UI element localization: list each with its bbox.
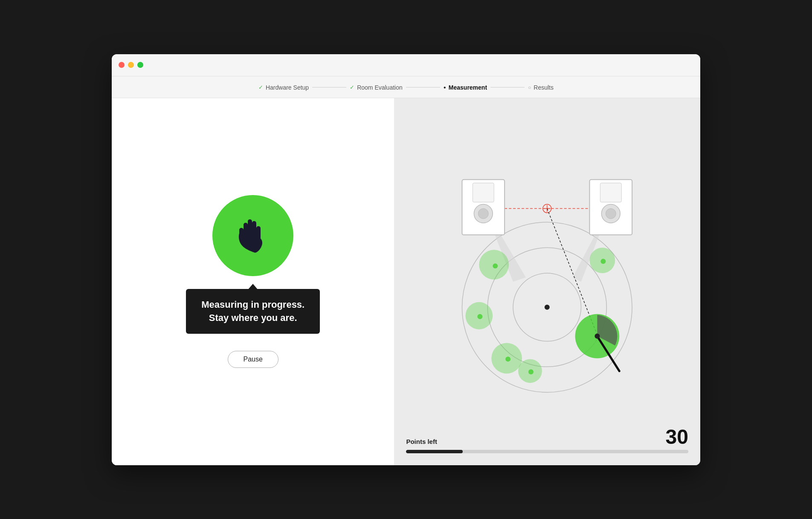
- svg-point-11: [478, 208, 489, 219]
- step-label-room-evaluation: Room Evaluation: [357, 84, 403, 91]
- left-panel: Measuring in progress. Stay where you ar…: [112, 98, 394, 465]
- pending-circle-icon: ○: [528, 85, 531, 90]
- svg-rect-12: [473, 183, 494, 202]
- step-connector-2: [406, 87, 440, 87]
- stepper-bar: ✓ Hardware Setup ✓ Room Evaluation ● Mea…: [112, 76, 700, 98]
- main-content: Measuring in progress. Stay where you ar…: [112, 98, 700, 465]
- svg-point-29: [595, 333, 600, 338]
- points-label: Points left: [406, 438, 437, 445]
- right-panel: Points left 30: [394, 98, 700, 465]
- room-diagram-svg: [394, 98, 700, 465]
- svg-point-3: [545, 304, 550, 309]
- maximize-button[interactable]: [137, 62, 143, 68]
- message-bubble: Measuring in progress. Stay where you ar…: [186, 289, 320, 334]
- app-window: ✓ Hardware Setup ✓ Room Evaluation ● Mea…: [112, 54, 700, 465]
- step-label-hardware-setup: Hardware Setup: [266, 84, 309, 91]
- svg-point-24: [506, 356, 511, 362]
- progress-fill: [406, 450, 462, 453]
- svg-point-26: [528, 369, 534, 374]
- message-line1: Measuring in progress.: [201, 299, 304, 310]
- step-room-evaluation: ✓ Room Evaluation: [350, 84, 403, 91]
- step-label-results: Results: [534, 84, 554, 91]
- message-text: Measuring in progress. Stay where you ar…: [201, 298, 304, 325]
- svg-rect-16: [600, 183, 622, 202]
- hand-icon: [232, 212, 274, 259]
- close-button[interactable]: [119, 62, 125, 68]
- pause-button[interactable]: Pause: [228, 351, 278, 368]
- hand-icon-circle: [212, 195, 293, 276]
- check-icon: ✓: [258, 84, 263, 90]
- svg-point-22: [478, 314, 483, 319]
- step-connector-1: [312, 87, 346, 87]
- points-label-row: Points left 30: [406, 427, 688, 447]
- progress-track: [406, 450, 688, 453]
- svg-point-20: [601, 259, 606, 264]
- svg-point-15: [606, 208, 616, 219]
- step-results: ○ Results: [528, 84, 554, 91]
- step-measurement: ● Measurement: [444, 84, 487, 91]
- message-line2: Stay where you are.: [209, 312, 297, 323]
- titlebar: [112, 54, 700, 76]
- svg-point-18: [493, 263, 498, 268]
- check-icon-2: ✓: [350, 84, 354, 90]
- step-label-measurement: Measurement: [449, 84, 487, 91]
- step-connector-3: [490, 87, 525, 87]
- active-dot-icon: ●: [444, 85, 446, 90]
- traffic-lights: [119, 62, 143, 68]
- points-number: 30: [666, 427, 688, 447]
- minimize-button[interactable]: [128, 62, 134, 68]
- points-bar: Points left 30: [406, 427, 688, 453]
- step-hardware-setup: ✓ Hardware Setup: [258, 84, 309, 91]
